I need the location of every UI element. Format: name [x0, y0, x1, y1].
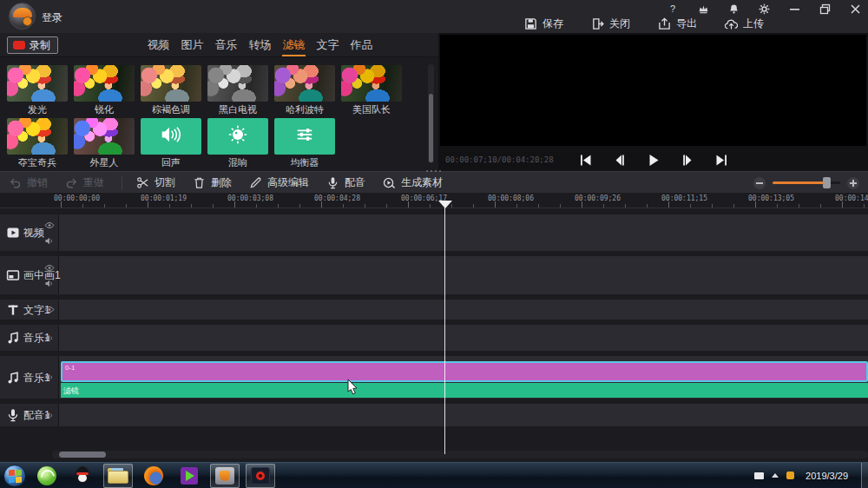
timeline-clip[interactable]: 0-1 [61, 361, 868, 382]
track-header[interactable]: 视频 [0, 214, 59, 251]
toolbar-button[interactable]: 删除 [193, 175, 244, 190]
track-header[interactable]: 配音1 [0, 404, 59, 426]
media-tab[interactable]: 转场 [243, 33, 277, 57]
taskbar-browser-360-icon[interactable] [32, 464, 62, 488]
taskbar-firefox-icon[interactable] [139, 464, 168, 488]
titlebar-action-button[interactable]: 关闭 [591, 16, 630, 31]
filter-tile[interactable]: 美国队长 [341, 65, 402, 115]
toolbar-button[interactable]: 高级编辑 [249, 175, 321, 190]
speaker-icon[interactable] [44, 373, 55, 382]
taskbar-qq-icon[interactable] [68, 464, 97, 488]
track-row: 配音1 [0, 404, 868, 426]
media-tab[interactable]: 图片 [175, 33, 209, 57]
filter-tile[interactable]: 回声 [141, 118, 201, 168]
track-lane[interactable] [59, 256, 868, 294]
eye-icon[interactable] [44, 305, 55, 314]
filters-scrollbar-thumb[interactable] [429, 94, 433, 162]
tray-expand-icon[interactable] [772, 473, 779, 478]
taskbar-recorder-button[interactable] [246, 464, 275, 488]
tray-keyboard-icon[interactable] [754, 472, 764, 479]
close-button[interactable] [849, 3, 861, 15]
preview-panel: 00:00:07;10/00:04:20;28 [438, 33, 868, 171]
track-header[interactable]: 音乐1 [0, 356, 59, 399]
media-tab[interactable]: 作品 [345, 33, 378, 57]
media-tab[interactable]: 滤镜 [277, 33, 311, 57]
show-desktop-button[interactable] [861, 463, 868, 488]
skip-end-icon[interactable] [713, 153, 728, 167]
timeline: 00:00:00;0000:00:01;1900:00:03;0800:00:0… [0, 193, 868, 462]
filter-tile[interactable]: 均衡器 [274, 118, 335, 168]
toolbar-button[interactable]: 重做 [65, 175, 116, 190]
restore-button[interactable] [819, 3, 831, 15]
login-button[interactable]: 登录 [42, 10, 62, 25]
toolbar-button[interactable]: 生成素材 [383, 175, 455, 190]
ruler-label: 00:00:04;28 [314, 195, 401, 202]
vip-crown-icon[interactable] [697, 3, 709, 15]
track-lane[interactable] [59, 325, 868, 351]
toolbar-button-label: 重做 [83, 175, 104, 190]
titlebar-action-button[interactable]: 上传 [725, 16, 764, 31]
skip-start-icon[interactable] [578, 153, 593, 167]
speaker-icon[interactable] [44, 236, 55, 246]
track-header[interactable]: 文字1 [0, 300, 59, 320]
speaker-icon[interactable] [44, 411, 55, 420]
filter-tile[interactable]: 锐化 [74, 65, 135, 115]
filter-thumbnail [207, 118, 268, 155]
eye-icon[interactable] [44, 263, 55, 273]
timeline-scrollbar-thumb[interactable] [59, 452, 106, 458]
zoom-out-button[interactable] [753, 177, 766, 189]
filter-tile[interactable]: 混响 [207, 118, 268, 168]
toolbar-button[interactable]: 切割 [122, 175, 187, 190]
toolbar-button[interactable]: 撤销 [9, 175, 60, 190]
titlebar-action-button[interactable]: 导出 [658, 16, 697, 31]
track-header[interactable]: 音乐1 [0, 325, 59, 351]
zoom-in-button[interactable] [847, 177, 859, 189]
timeline-ruler[interactable]: 00:00:00;0000:00:01;1900:00:03;0800:00:0… [0, 193, 868, 208]
media-tab[interactable]: 音乐 [209, 33, 243, 57]
zoom-slider[interactable] [773, 181, 840, 184]
eye-icon[interactable] [44, 221, 55, 230]
media-tab[interactable]: 视频 [141, 33, 175, 57]
track-header[interactable]: 画中画1 [0, 256, 59, 294]
step-back-icon[interactable] [612, 153, 627, 167]
titlebar-action-button[interactable]: 保存 [524, 16, 563, 31]
track-lane[interactable] [59, 404, 868, 426]
panel-resize-grip[interactable] [424, 169, 444, 173]
timeline-clip[interactable]: 滤镜 [61, 383, 868, 398]
filters-scrollbar[interactable] [428, 64, 434, 163]
filter-tile[interactable]: 棕褐色调 [141, 65, 201, 115]
taskbar-video-editor-button[interactable] [210, 464, 240, 488]
record-button[interactable]: 录制 [7, 36, 58, 54]
filter-thumbnail [141, 118, 201, 155]
bell-icon[interactable] [727, 3, 740, 15]
filter-tile[interactable]: 外星人 [74, 118, 135, 168]
tray-app-icon[interactable] [786, 472, 794, 479]
filter-tile[interactable]: 哈利波特 [274, 65, 335, 115]
speaker-icon[interactable] [44, 279, 55, 288]
toolbar-button[interactable]: 配音 [326, 175, 378, 190]
timeline-scrollbar[interactable] [52, 451, 868, 458]
playhead-line [444, 208, 445, 454]
voice-track-icon [6, 408, 20, 422]
step-forward-icon[interactable] [680, 153, 694, 167]
help-icon[interactable]: ? [667, 3, 679, 15]
avatar[interactable] [9, 3, 36, 30]
taskbar-player-icon[interactable] [174, 464, 204, 488]
track-lane[interactable] [59, 214, 868, 251]
start-button[interactable] [3, 465, 26, 487]
gear-icon[interactable] [758, 3, 770, 15]
taskbar-date[interactable]: 2019/3/29 [806, 471, 848, 481]
music-track-icon [6, 371, 20, 385]
track-lane[interactable] [59, 300, 868, 320]
filter-tile[interactable]: 夺宝奇兵 [7, 118, 68, 168]
play-icon[interactable] [646, 153, 661, 167]
media-tab[interactable]: 文字 [311, 33, 345, 57]
zoom-slider-handle[interactable] [823, 177, 831, 188]
speaker-icon[interactable] [44, 333, 55, 343]
playhead-handle[interactable] [438, 201, 452, 208]
filter-tile[interactable]: 发光 [7, 65, 68, 115]
minimize-button[interactable] [788, 3, 800, 15]
taskbar-explorer-button[interactable] [103, 464, 133, 488]
filter-tile[interactable]: 黑白电视 [207, 65, 268, 115]
trash-icon [193, 176, 206, 189]
